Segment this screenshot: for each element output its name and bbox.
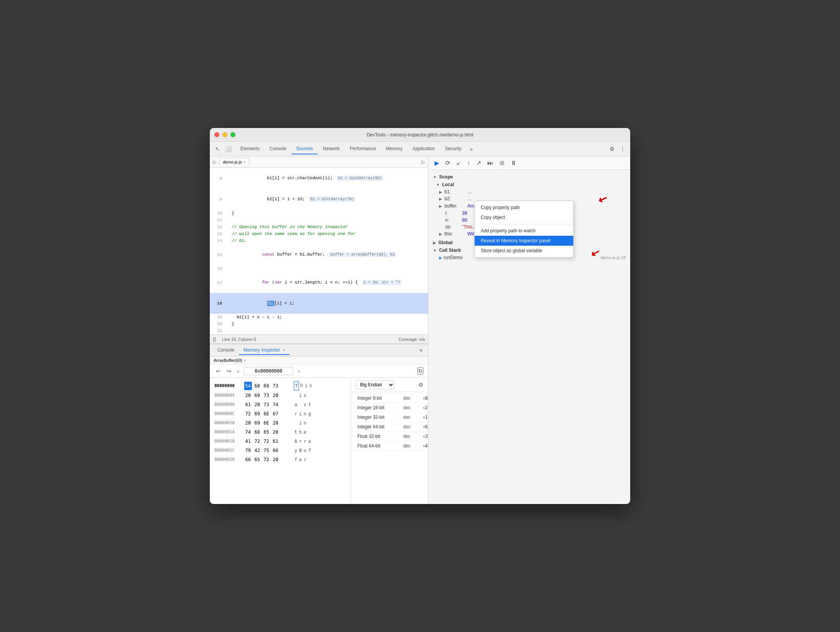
minimize-button[interactable]	[222, 132, 227, 137]
ctx-copy-object[interactable]: Copy object	[475, 212, 573, 222]
ctx-copy-property-path[interactable]: Copy property path	[475, 203, 573, 212]
tab-console[interactable]: Console	[265, 144, 291, 154]
ctx-divider	[475, 224, 573, 224]
tab-elements[interactable]: Elements	[236, 144, 264, 154]
global-collapse-icon: ▶	[433, 241, 436, 245]
source-file-tab[interactable]: demo-js.js ×	[219, 158, 249, 166]
tab-security[interactable]: Security	[440, 144, 466, 154]
mi-toolbar: ↩ ↪ ‹ › ↻	[210, 365, 428, 378]
scope-label: Scope	[439, 174, 453, 180]
code-line-16: 16	[210, 265, 428, 272]
traffic-lights	[214, 132, 235, 137]
window-title: DevTools - memory-inspector.glitch.me/de…	[367, 132, 474, 138]
pause-on-exception-button[interactable]: ⟳	[444, 159, 452, 167]
tab-application[interactable]: Application	[408, 144, 439, 154]
code-line-10: 10 }	[210, 210, 428, 217]
mi-hex-row-8: 00000020 66 65 72 20 f e	[210, 455, 351, 464]
bottom-panel-close[interactable]: ×	[417, 347, 425, 354]
local-collapse-icon: ▼	[436, 183, 440, 187]
mi-hex-row-1: 00000004 20 69 73 20 i	[210, 391, 351, 400]
devtools-window: DevTools - memory-inspector.glitch.me/de…	[210, 128, 630, 504]
scope-section-header[interactable]: ▼ Scope	[428, 173, 630, 181]
inspector-row-int16: Integer 16-bit dec ▾ 21608	[351, 403, 428, 413]
code-line-9: 9 b2[i] = i + 33; b2 = Uint8Array(70)	[210, 189, 428, 210]
mi-forward-button[interactable]: ↪	[225, 367, 233, 375]
file-tree-icon[interactable]: ▷	[213, 159, 216, 165]
source-file-close[interactable]: ×	[243, 160, 246, 164]
mi-hex-row-7: 0000001C 79 42 75 66 y B	[210, 446, 351, 455]
tab-right-actions: ⚙ ⋮	[607, 144, 627, 154]
mi-hex-view: 00000000 54 68 69 73 T h	[210, 378, 351, 504]
ctx-add-property-path[interactable]: Add property path to watch	[475, 226, 573, 236]
mi-hex-row-2: 00000008 61 20 73 74 a	[210, 400, 351, 409]
status-coverage: Coverage: n/a	[399, 337, 425, 342]
device-icon[interactable]: ⬜	[224, 144, 233, 154]
inspector-row-int32: Integer 32-bit dec ▾ 1416128883	[351, 413, 428, 422]
step-into-button[interactable]: ↑	[465, 159, 472, 167]
status-bar: {} Line 18, Column 5 Coverage: n/a	[210, 334, 428, 344]
memory-inspector-content: ArrayBuffer(60) × ↩ ↪ ‹ › ↻	[210, 357, 428, 504]
step-out-button[interactable]: ↗	[475, 159, 483, 167]
mi-body: 00000000 54 68 69 73 T h	[210, 378, 428, 504]
endian-select[interactable]: Big Endian Little Endian	[356, 380, 394, 389]
tab-console-bottom[interactable]: Console	[213, 346, 239, 355]
tab-memory-inspector[interactable]: Memory Inspector ×	[239, 346, 290, 355]
inspector-row-int8: Integer 8-bit dec ▾ 84	[351, 394, 428, 403]
mi-refresh-button[interactable]: ↻	[417, 367, 423, 375]
mi-prev-button[interactable]: ‹	[236, 367, 241, 375]
close-button[interactable]	[214, 132, 219, 137]
ctx-store-global-variable[interactable]: Store object as global variable	[475, 246, 573, 256]
scope-collapse-icon: ▼	[433, 175, 437, 179]
memory-inspector-tab-close[interactable]: ×	[283, 348, 285, 352]
bottom-panel: Console Memory Inspector × × ArrayBuffer…	[210, 344, 428, 504]
tab-performance[interactable]: Performance	[345, 144, 381, 154]
tab-sources[interactable]: Sources	[292, 144, 318, 154]
tab-memory[interactable]: Memory	[381, 144, 407, 154]
code-line-18: 18 b1[i] = i;	[210, 293, 428, 314]
main-tab-list: Elements Console Sources Network Perform…	[236, 144, 476, 154]
inspector-row-int64: Integer 64-bit dec ▾ 6082227239949792032	[351, 422, 428, 432]
buffer-tab-label: ArrayBuffer(60)	[214, 358, 242, 363]
status-bracket-icon: {}	[213, 337, 216, 342]
mi-next-button[interactable]: ›	[297, 367, 302, 375]
tab-overflow-button[interactable]: »	[467, 144, 476, 154]
local-section-header[interactable]: ▼ Local	[428, 181, 630, 188]
code-line-17: 17 for (var i = str.length; i < n; ++i) …	[210, 272, 428, 293]
tab-network[interactable]: Network	[318, 144, 344, 154]
ctx-reveal-memory-inspector[interactable]: Reveal in Memory Inspector panel	[475, 236, 573, 246]
main-content: ▷ demo-js.js × ▷ 8 b1[i] = str.charCodeA…	[210, 156, 630, 504]
mi-hex-row-0: 00000000 54 68 69 73 T h	[210, 381, 351, 391]
mi-inspector-toolbar: Big Endian Little Endian ⚙	[351, 378, 428, 392]
inspector-rows: Integer 8-bit dec ▾ 84 Integer 16-bit de…	[351, 392, 428, 452]
step-over-button[interactable]: ↙	[455, 159, 462, 167]
local-label: Local	[442, 182, 454, 187]
pause-button[interactable]: ⏸	[509, 159, 518, 167]
left-panel: ▷ demo-js.js × ▷ 8 b1[i] = str.charCodeA…	[210, 156, 428, 504]
status-line-col: Line 18, Column 5	[222, 337, 256, 342]
step-button[interactable]: ⏭	[486, 159, 495, 167]
buffer-tab-close[interactable]: ×	[244, 358, 246, 363]
right-scope-area: ▼ Scope ▼ Local ▶ b1: …	[428, 170, 630, 504]
mi-hex-row-3: 0000000C 72 69 6E 67 r i	[210, 409, 351, 418]
code-line-13: 13 // will open the same view as for ope…	[210, 230, 428, 237]
source-file-name: demo-js.js	[223, 160, 242, 164]
deactivate-breakpoints-button[interactable]: ⊘	[498, 159, 506, 167]
devtools-tab-bar: ↖ ⬜ Elements Console Sources Network Per…	[210, 142, 630, 156]
source-tab-more-icon[interactable]: ▷	[422, 159, 425, 165]
code-line-12: 12 // Opening this buffer in the Memory …	[210, 224, 428, 230]
resume-button[interactable]: ▶	[433, 159, 441, 167]
more-options-icon[interactable]: ⋮	[618, 144, 627, 154]
global-label: Global	[438, 240, 452, 245]
code-line-19: 19 b2[i] = n - i - 1;	[210, 314, 428, 321]
mi-address-input[interactable]	[244, 367, 294, 375]
cursor-icon[interactable]: ↖	[213, 144, 222, 154]
maximize-button[interactable]	[230, 132, 235, 137]
context-menu: Copy property path Copy object Add prope…	[474, 201, 574, 258]
source-tab-bar: ▷ demo-js.js × ▷	[210, 156, 428, 168]
code-line-20: 20 }	[210, 321, 428, 327]
bottom-tab-bar: Console Memory Inspector × ×	[210, 344, 428, 357]
settings-icon[interactable]: ⚙	[607, 144, 616, 154]
inspector-settings-icon[interactable]: ⚙	[418, 382, 423, 388]
mi-hex-row-6: 00000018 41 72 72 61 A r	[210, 437, 351, 446]
mi-back-button[interactable]: ↩	[214, 367, 222, 375]
